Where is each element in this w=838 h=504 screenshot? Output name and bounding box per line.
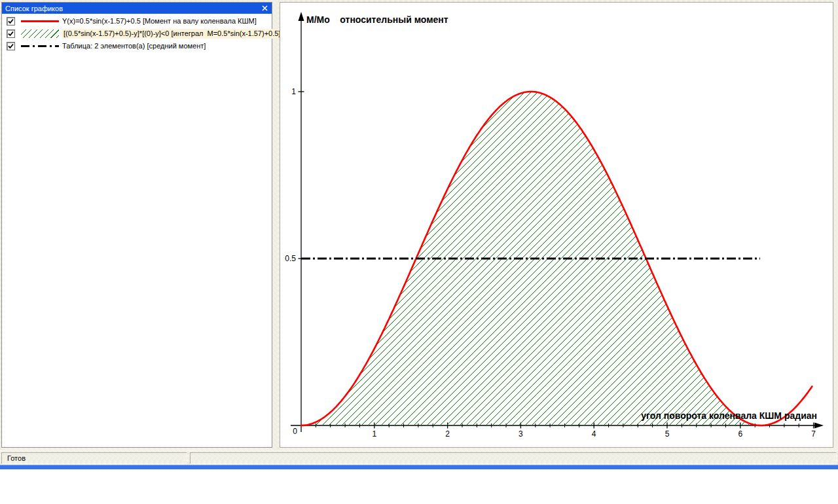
graph-list-panel: Список графиков Y(x)=0.5*sin(x-1.57)+0.5… <box>1 2 272 448</box>
checkmark-icon <box>7 43 14 50</box>
legend-checkbox[interactable] <box>7 29 15 38</box>
legend-label[interactable]: Таблица: 2 элементов(а) [средний момент] <box>62 42 206 50</box>
status-panel-ready: Готов <box>1 452 187 464</box>
x-axis-arrow-icon <box>814 423 824 429</box>
x-tick-label: 4 <box>592 429 596 439</box>
x-tick-label: 6 <box>738 429 742 439</box>
window-bottom-edge <box>0 465 838 469</box>
close-icon[interactable] <box>261 5 268 12</box>
x-tick-label: 7 <box>811 429 816 439</box>
y-tick-label: 0.5 <box>285 254 296 263</box>
x-tick-label: 5 <box>665 429 670 439</box>
legend-label[interactable]: Y(x)=0.5*sin(x-1.57)+0.5 [Момент на валу… <box>62 17 257 26</box>
graph-list-titlebar[interactable]: Список графиков <box>2 3 272 14</box>
checkmark-icon <box>7 30 14 37</box>
chart-canvas: 012345670.51М/Мо относительный моментуго… <box>280 3 833 447</box>
x-axis-title: угол поворота коленвала КШМ радиан <box>641 410 817 421</box>
x-tick-label: 0 <box>293 427 297 436</box>
y-axis-title: М/Мо относительный момент <box>306 14 448 25</box>
legend-checkbox[interactable] <box>7 17 15 26</box>
y-tick-label: 1 <box>291 87 296 96</box>
legend-checkbox[interactable] <box>7 42 15 50</box>
status-text: Готов <box>7 454 26 462</box>
x-tick-label: 3 <box>519 429 523 439</box>
x-tick-label: 1 <box>372 429 376 439</box>
legend-row-integral[interactable]: [(0.5*sin(x-1.57)+0.5)-y]*[(0)-y]<0 [инт… <box>2 28 272 39</box>
legend-sample-dash-dot <box>21 42 59 50</box>
chart-panel: 012345670.51М/Мо относительный моментуго… <box>280 2 833 448</box>
checkmark-icon <box>7 18 14 25</box>
statusbar: Готов <box>0 450 838 465</box>
x-tick-label: 2 <box>445 429 450 439</box>
legend-sample-red-line <box>21 17 59 26</box>
app-window: Список графиков Y(x)=0.5*sin(x-1.57)+0.5… <box>0 0 838 469</box>
status-panel-secondary <box>190 452 837 464</box>
legend-row-curve[interactable]: Y(x)=0.5*sin(x-1.57)+0.5 [Момент на валу… <box>2 16 272 26</box>
y-axis-arrow-icon <box>299 12 304 21</box>
graph-list-title: Список графиков <box>5 5 63 12</box>
legend-label[interactable]: [(0.5*sin(x-1.57)+0.5)-y]*[(0)-y]<0 [инт… <box>62 29 282 39</box>
legend-row-table[interactable]: Таблица: 2 элементов(а) [средний момент] <box>2 41 272 51</box>
legend-sample-green-hatch <box>21 29 59 38</box>
